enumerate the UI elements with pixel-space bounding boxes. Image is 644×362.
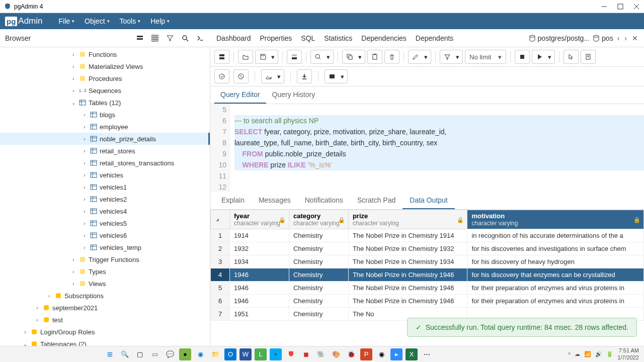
clear-dropdown[interactable]: ▾ [274, 69, 284, 83]
svg-rect-52 [91, 233, 97, 238]
paste-button[interactable] [367, 50, 382, 64]
nav-next-icon[interactable]: › [623, 33, 628, 43]
nav-prev-icon[interactable]: ‹ [616, 33, 621, 43]
tree-item-types[interactable]: ›Types [0, 265, 210, 278]
column-header-prize[interactable]: prizecharacter varying🔒 [348, 210, 467, 229]
tree-item-vehicles[interactable]: ›vehicles [0, 169, 210, 181]
code-editor[interactable]: 56789101112 --- to search all physics NP… [210, 104, 644, 192]
nav-close-icon[interactable]: ✕ [631, 33, 639, 43]
svg-rect-68 [292, 54, 297, 56]
menu-help[interactable]: Help ▾ [146, 15, 174, 27]
maximize-button[interactable] [617, 3, 624, 10]
commit-button[interactable] [214, 69, 229, 83]
filter-dropdown[interactable]: ▾ [453, 50, 463, 64]
svg-rect-67 [219, 57, 224, 59]
tree-item-functions[interactable]: ›Functions [0, 48, 210, 60]
tree-item-subscriptions[interactable]: ›Subscriptions [0, 290, 210, 302]
result-tab-data-output[interactable]: Data Output [403, 192, 455, 209]
tree-item-retail-stores-transactions[interactable]: ›retail_stores_transactions [0, 157, 210, 169]
tab-dependents[interactable]: Dependents [415, 31, 455, 45]
pointer-button[interactable] [564, 50, 579, 64]
tab-dashboard[interactable]: Dashboard [215, 31, 252, 45]
tree-item-retail-stores[interactable]: ›retail_stores [0, 145, 210, 157]
tree-item-trigger-functions[interactable]: ›Trigger Functions [0, 253, 210, 265]
tree-item-login-group-roles[interactable]: ›Login/Group Roles [0, 326, 210, 338]
open-file-button[interactable] [238, 50, 253, 64]
tree-item-vehicles2[interactable]: ›vehicles2 [0, 193, 210, 205]
column-header-fyear[interactable]: fyearcharacter varying🔒 [230, 210, 289, 229]
tree-item-procedures[interactable]: ›Procedures [0, 72, 210, 84]
connection-db[interactable]: postgres/postg... [529, 34, 590, 42]
tree-item-vehicles4[interactable]: ›vehicles4 [0, 205, 210, 217]
svg-rect-59 [80, 269, 85, 274]
query-toolbar-2: ▾ ▾ [210, 67, 644, 86]
tree-item-test[interactable]: ›test [0, 314, 210, 326]
tree-item-tables--12-[interactable]: ⌄Tables (12) [0, 97, 210, 109]
tab-properties[interactable]: Properties [259, 31, 293, 45]
table-row[interactable]: 51946ChemistryThe Nobel Prize in Chemist… [211, 282, 644, 295]
table-row[interactable]: 11914ChemistryThe Nobel Prize in Chemist… [211, 229, 644, 242]
table-row[interactable]: 31934ChemistryThe Nobel Prize in Chemist… [211, 255, 644, 268]
browser-tree[interactable]: ›Functions›Materialized Views›Procedures… [0, 47, 210, 346]
tree-item-employee[interactable]: ›employee [0, 121, 210, 133]
tree-item-september2021[interactable]: ›september2021 [0, 302, 210, 314]
tree-item-noble-prize-details[interactable]: ›noble_prize_details [0, 133, 210, 145]
svg-line-82 [239, 75, 243, 78]
macro-dropdown[interactable]: ▾ [338, 69, 348, 83]
menu-object[interactable]: Object ▾ [80, 15, 113, 27]
result-tab-explain[interactable]: Explain [214, 192, 252, 209]
stop-button[interactable] [515, 50, 530, 64]
connection-button[interactable] [214, 50, 229, 64]
tree-item-tablespaces--2-[interactable]: ⌄Tablespaces (2) [0, 338, 210, 346]
search-dropdown[interactable]: ▾ [324, 50, 334, 64]
tree-item-sequences[interactable]: ›1..3Sequences [0, 84, 210, 97]
rollback-button[interactable] [233, 69, 249, 83]
close-button[interactable] [633, 3, 640, 10]
connection-pos[interactable]: pos [593, 34, 613, 42]
svg-rect-34 [91, 160, 97, 165]
download-button[interactable] [297, 69, 312, 83]
tab-statistics[interactable]: Statistics [323, 31, 353, 45]
table-row[interactable]: 61946ChemistryThe Nobel Prize in Chemist… [211, 295, 644, 308]
notepad-button[interactable] [581, 50, 596, 64]
editor-tab-query-history[interactable]: Query History [266, 86, 321, 104]
save-dropdown[interactable]: ▾ [268, 50, 278, 64]
browser-panel-label: Browser [0, 34, 131, 42]
column-header-category[interactable]: categorycharacter varying🔒 [289, 210, 348, 229]
table-row[interactable]: 21932ChemistryThe Nobel Prize in Chemist… [211, 242, 644, 255]
column-header-motivation[interactable]: motivationcharacter varying🔒 [467, 210, 644, 229]
result-tab-notifications[interactable]: Notifications [298, 192, 350, 209]
tab-dependencies[interactable]: Dependencies [360, 31, 408, 45]
tree-item-vehicles5[interactable]: ›vehicles5 [0, 217, 210, 229]
svg-point-11 [183, 36, 187, 40]
find-button[interactable] [287, 50, 302, 64]
svg-rect-4 [137, 36, 143, 37]
result-tab-messages[interactable]: Messages [252, 192, 298, 209]
edit-dropdown[interactable]: ▾ [421, 50, 431, 64]
delete-button[interactable] [384, 50, 399, 64]
table-row[interactable]: 41946ChemistryThe Nobel Prize in Chemist… [211, 268, 644, 282]
tab-sql[interactable]: SQL [300, 31, 316, 45]
tool-server-icon[interactable] [133, 31, 147, 45]
limit-select[interactable]: No limit▾ [465, 50, 506, 64]
tool-search-icon[interactable] [178, 31, 192, 45]
tree-item-blogs[interactable]: ›blogs [0, 109, 210, 121]
tool-grid-icon[interactable] [148, 31, 162, 45]
editor-tab-query-editor[interactable]: Query Editor [214, 86, 266, 104]
menu-file[interactable]: File ▾ [55, 15, 79, 27]
tool-filter-icon[interactable] [163, 31, 177, 45]
tree-item-vehicles1[interactable]: ›vehicles1 [0, 181, 210, 193]
tree-item-views[interactable]: ›Views [0, 278, 210, 290]
result-tab-scratch-pad[interactable]: Scratch Pad [350, 192, 403, 209]
tool-terminal-icon[interactable] [193, 31, 207, 45]
tree-item-vehicles-temp[interactable]: ›vehicles_temp [0, 241, 210, 253]
copy-dropdown[interactable]: ▾ [355, 50, 365, 64]
menu-tools[interactable]: Tools ▾ [116, 15, 145, 27]
logo-text: Admin [18, 16, 42, 26]
row-header-corner[interactable] [211, 210, 230, 229]
minimize-button[interactable] [601, 3, 608, 10]
execute-dropdown[interactable]: ▾ [545, 50, 555, 64]
result-tabs: ExplainMessagesNotificationsScratch PadD… [210, 192, 644, 210]
tree-item-materialized-views[interactable]: ›Materialized Views [0, 60, 210, 72]
tree-item-vehicles6[interactable]: ›vehicles6 [0, 229, 210, 241]
